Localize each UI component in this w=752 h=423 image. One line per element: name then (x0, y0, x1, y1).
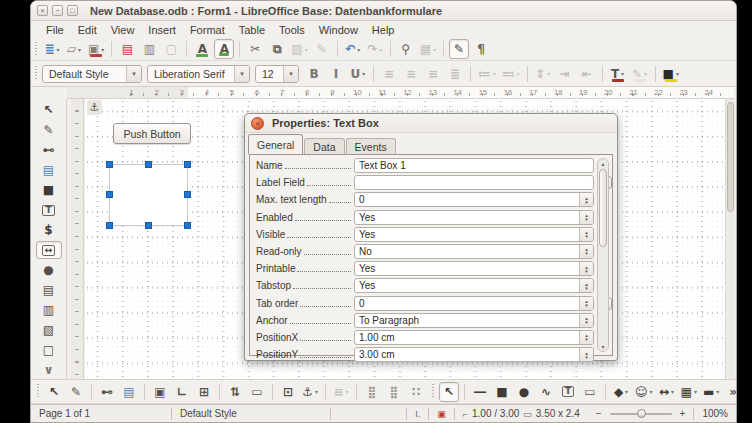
spin-down-icon[interactable]: ▾ (585, 355, 588, 359)
chevron-down-icon[interactable]: ▾ (315, 388, 318, 395)
menu-view[interactable]: View (104, 23, 142, 37)
chevron-down-icon[interactable]: ▾ (126, 66, 141, 82)
form-properties-icon[interactable]: ▤ (36, 161, 62, 179)
spin-down-icon[interactable]: ▾ (585, 217, 588, 221)
menu-table[interactable]: Table (232, 23, 272, 37)
selection-handle[interactable] (106, 161, 113, 168)
property-field[interactable]: Text Box 1 (354, 158, 594, 173)
property-field[interactable] (354, 175, 594, 190)
spinner[interactable]: ▴▾ (579, 297, 593, 310)
unordered-list-icon[interactable]: ≔▾ (476, 64, 498, 84)
design-mode-icon[interactable]: ✎ (36, 121, 62, 139)
spinner[interactable]: ▴▾ (579, 314, 593, 327)
image-control-icon[interactable]: ▧ (36, 321, 62, 339)
callout-shape-icon[interactable]: ▭ (580, 382, 600, 402)
chevron-down-icon[interactable]: ▾ (676, 70, 679, 77)
page-style-indicator[interactable]: Default Style (172, 408, 330, 419)
selection-handle[interactable] (106, 222, 113, 229)
scrollbar-thumb[interactable] (727, 102, 734, 212)
spin-down-icon[interactable]: ▾ (585, 269, 588, 273)
position-size-icon[interactable]: ⊡ (278, 382, 298, 402)
combo-box-icon[interactable]: ▥ (36, 301, 62, 319)
form-properties-icon[interactable]: ▤ (119, 382, 139, 402)
tab-general[interactable]: General (248, 134, 303, 154)
selection-mode-icon[interactable]: I. (407, 409, 428, 419)
design-mode-icon[interactable]: ✎ (66, 382, 86, 402)
chevron-down-icon[interactable]: ▾ (101, 46, 104, 53)
basic-shapes-icon[interactable]: ◆▾ (611, 382, 631, 402)
toolbar-handle[interactable] (430, 384, 435, 399)
clone-formatting-icon[interactable]: ✎ (312, 39, 332, 59)
align-icon[interactable]: ≡▾ (331, 382, 351, 402)
paragraph-style-combo[interactable]: Default Style ▾ (42, 65, 142, 83)
selection-handle[interactable] (106, 191, 113, 198)
selection-handle[interactable] (184, 161, 191, 168)
spinner[interactable]: ▴▾ (579, 211, 593, 224)
property-field[interactable]: 0 ▴▾ (354, 192, 594, 207)
justify-icon[interactable]: ≣ (445, 64, 465, 84)
save-icon[interactable]: ▣▾ (86, 39, 106, 59)
chevron-down-icon[interactable]: ▾ (357, 46, 360, 53)
more-controls-icon[interactable]: □ (36, 341, 62, 359)
scroll-down-icon[interactable]: ▾ (598, 343, 608, 350)
freeform-line-icon[interactable]: ∿ (536, 382, 556, 402)
insert-table-icon[interactable]: ▦▾ (418, 39, 438, 59)
spin-down-icon[interactable]: ▾ (585, 337, 588, 341)
text-box-icon[interactable]: ↔ (36, 241, 62, 259)
zoom-slider[interactable] (610, 413, 672, 415)
spelling-icon[interactable]: A (192, 39, 212, 59)
auto-spellcheck-icon[interactable]: A (214, 39, 234, 59)
option-button-icon[interactable]: ● (36, 261, 62, 279)
chevron-down-icon[interactable]: ▾ (671, 388, 674, 395)
chevron-down-icon[interactable]: ▾ (547, 70, 550, 77)
page-indicator[interactable]: Page 1 of 1 (31, 408, 171, 419)
menu-edit[interactable]: Edit (71, 23, 104, 37)
spin-down-icon[interactable]: ▾ (585, 200, 588, 204)
menu-file[interactable]: File (39, 23, 71, 37)
push-button-icon[interactable]: ■ (36, 181, 62, 199)
chevron-down-icon[interactable]: ∨ (36, 361, 62, 379)
more-tools-icon[interactable]: » (723, 382, 737, 402)
line-icon[interactable]: ― (470, 382, 490, 402)
chevron-down-icon[interactable]: ▾ (493, 70, 496, 77)
align-center-icon[interactable]: ≡ (401, 64, 421, 84)
spinner[interactable]: ▴▾ (579, 348, 593, 361)
flowchart-icon[interactable]: ▦▾ (679, 382, 699, 402)
text-box-control[interactable] (109, 164, 188, 226)
select-icon[interactable]: ↖ (36, 101, 62, 119)
chevron-down-icon[interactable]: ▾ (346, 388, 349, 395)
highlight-color-icon[interactable]: ✎▾ (630, 64, 650, 84)
chevron-down-icon[interactable]: ▾ (283, 66, 298, 82)
add-field-icon[interactable]: ⊞ (194, 382, 214, 402)
zoom-out-icon[interactable]: − (596, 408, 602, 419)
zoom-in-icon[interactable]: + (680, 408, 686, 419)
horizontal-ruler[interactable]: 123456789101112131415161718192021222324 (67, 87, 734, 99)
display-grid-icon[interactable]: ⣿ (362, 382, 382, 402)
block-arrows-icon[interactable]: ↔▾ (657, 382, 677, 402)
anchor-icon[interactable]: ⚓▾ (300, 382, 320, 402)
italic-icon[interactable]: I (326, 64, 346, 84)
close-icon[interactable]: × (251, 117, 264, 130)
chevron-down-icon[interactable]: ▾ (362, 70, 365, 77)
font-size-combo[interactable]: 12 ▾ (255, 65, 299, 83)
spinner[interactable]: ▴▾ (579, 262, 593, 275)
spinner[interactable]: ▴▾ (579, 193, 593, 206)
selection-handle[interactable] (145, 222, 152, 229)
export-pdf-icon[interactable]: ▤ (117, 39, 137, 59)
toolbar-handle[interactable] (33, 42, 38, 57)
dialog-titlebar[interactable]: × Properties: Text Box (245, 114, 617, 133)
control-properties-icon[interactable]: ▣ (150, 382, 170, 402)
vertical-ruler[interactable] (71, 99, 84, 379)
undo-icon[interactable]: ↶▾ (343, 39, 363, 59)
menu-help[interactable]: Help (365, 23, 402, 37)
helplines-while-moving-icon[interactable]: ∷ (406, 382, 426, 402)
zoom-level[interactable]: 100% (694, 408, 736, 419)
zoom-slider-thumb[interactable] (637, 409, 646, 418)
toolbar-handle[interactable] (33, 66, 38, 81)
bold-icon[interactable]: B (304, 64, 324, 84)
symbol-shapes-icon[interactable]: ☺▾ (633, 382, 655, 402)
property-field[interactable]: Yes ▴▾ (354, 227, 594, 242)
maximize-icon[interactable]: □ (67, 5, 78, 16)
spin-down-icon[interactable]: ▾ (585, 286, 588, 290)
select-icon[interactable]: ↖ (439, 382, 459, 402)
